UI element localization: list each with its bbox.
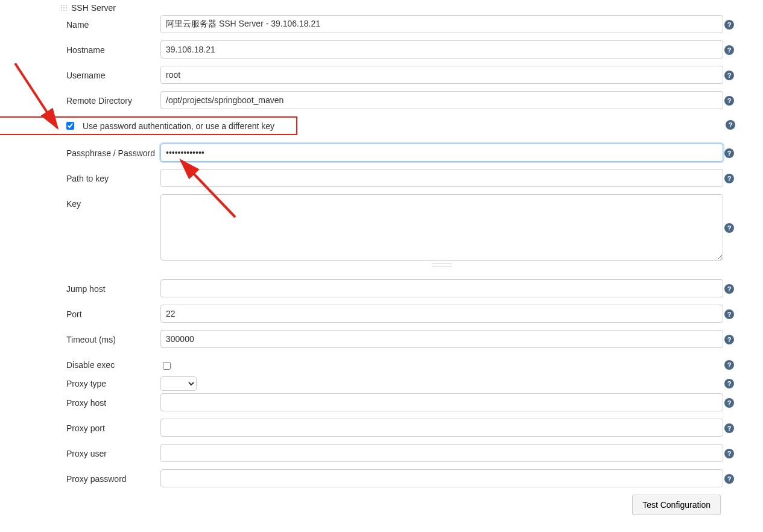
username-input[interactable]: [160, 66, 723, 84]
svg-point-7: [66, 7, 67, 8]
help-icon[interactable]: ?: [724, 398, 734, 408]
help-icon[interactable]: ?: [724, 335, 734, 344]
passphrase-input[interactable]: [160, 144, 723, 162]
help-icon[interactable]: ?: [724, 223, 734, 233]
svg-text:?: ?: [727, 399, 732, 407]
disable-exec-checkbox[interactable]: [163, 362, 171, 370]
svg-text:?: ?: [727, 450, 732, 457]
help-icon[interactable]: ?: [724, 284, 734, 294]
svg-text:?: ?: [727, 311, 732, 318]
svg-point-3: [63, 5, 65, 6]
help-icon[interactable]: ?: [724, 174, 734, 183]
help-icon[interactable]: ?: [724, 148, 734, 158]
remote-directory-label: Remote Directory: [0, 91, 160, 106]
port-input[interactable]: [160, 305, 723, 323]
svg-point-5: [61, 7, 62, 8]
username-label: Username: [0, 66, 160, 80]
disable-exec-label: Disable exec: [0, 355, 160, 370]
svg-text:?: ?: [727, 361, 732, 369]
port-label: Port: [0, 305, 160, 319]
passphrase-label: Passphrase / Password: [0, 144, 160, 158]
help-icon[interactable]: ?: [724, 474, 734, 484]
timeout-label: Timeout (ms): [0, 330, 160, 344]
annotation-red-box: Use password authentication, or use a di…: [0, 116, 297, 135]
svg-point-9: [63, 10, 65, 11]
svg-text:?: ?: [727, 150, 732, 157]
svg-point-10: [66, 10, 67, 11]
jump-host-input[interactable]: [160, 279, 723, 297]
help-icon[interactable]: ?: [724, 45, 734, 55]
proxy-port-input[interactable]: [160, 419, 723, 437]
proxy-port-label: Proxy port: [0, 419, 160, 433]
svg-text:?: ?: [727, 475, 732, 483]
help-icon[interactable]: ?: [726, 120, 735, 130]
use-password-auth-checkbox[interactable]: [66, 122, 74, 130]
proxy-user-input[interactable]: [160, 444, 723, 462]
drag-handle-icon[interactable]: [60, 4, 68, 11]
resize-handle-icon[interactable]: [160, 264, 723, 267]
use-password-auth-label: Use password authentication, or use a di…: [83, 121, 293, 131]
test-configuration-button[interactable]: Test Configuration: [632, 495, 721, 515]
help-icon[interactable]: ?: [724, 20, 734, 30]
svg-text:?: ?: [727, 46, 732, 54]
help-icon[interactable]: ?: [724, 423, 734, 433]
help-icon[interactable]: ?: [724, 309, 734, 319]
proxy-host-label: Proxy host: [0, 393, 160, 408]
svg-point-4: [66, 5, 67, 6]
proxy-type-label: Proxy type: [0, 374, 160, 388]
key-textarea[interactable]: [160, 194, 723, 261]
path-to-key-label: Path to key: [0, 169, 160, 183]
proxy-type-select[interactable]: [160, 376, 197, 391]
help-icon[interactable]: ?: [724, 71, 734, 80]
svg-text:?: ?: [727, 72, 732, 79]
name-label: Name: [0, 15, 160, 30]
svg-text:?: ?: [727, 380, 732, 387]
help-icon[interactable]: ?: [724, 449, 734, 458]
timeout-input[interactable]: [160, 330, 723, 348]
svg-text:?: ?: [727, 285, 732, 293]
help-icon[interactable]: ?: [724, 379, 734, 388]
svg-point-8: [61, 10, 62, 11]
svg-text:?: ?: [727, 21, 732, 28]
svg-text:?: ?: [727, 224, 732, 232]
svg-text:?: ?: [727, 336, 732, 343]
proxy-host-input[interactable]: [160, 393, 723, 411]
svg-text:?: ?: [729, 121, 733, 128]
hostname-label: Hostname: [0, 40, 160, 55]
proxy-password-input[interactable]: [160, 469, 723, 487]
name-input[interactable]: [160, 15, 723, 33]
help-icon[interactable]: ?: [724, 96, 734, 106]
key-label: Key: [0, 194, 160, 209]
svg-text:?: ?: [727, 425, 732, 432]
svg-point-2: [61, 5, 62, 6]
section-title: SSH Server: [71, 3, 116, 13]
help-icon[interactable]: ?: [724, 360, 734, 370]
path-to-key-input[interactable]: [160, 169, 723, 187]
svg-text:?: ?: [727, 97, 732, 104]
remote-directory-input[interactable]: [160, 91, 723, 109]
ssh-server-config-panel: SSH Server Name ? Hostname ? Username ? …: [0, 0, 763, 532]
hostname-input[interactable]: [160, 40, 723, 59]
jump-host-label: Jump host: [0, 279, 160, 294]
svg-point-6: [63, 7, 65, 8]
proxy-password-label: Proxy password: [0, 469, 160, 484]
svg-text:?: ?: [727, 175, 732, 182]
proxy-user-label: Proxy user: [0, 444, 160, 458]
